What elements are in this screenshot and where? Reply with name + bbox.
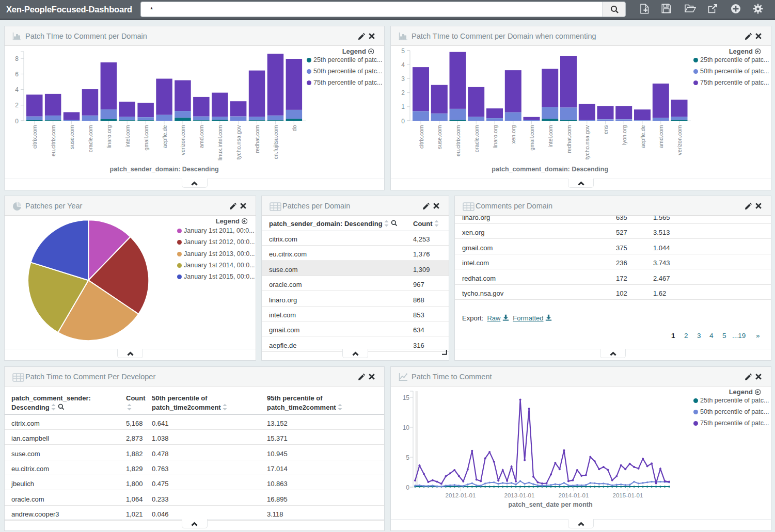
svg-text:eu.citrix.com: eu.citrix.com bbox=[50, 125, 56, 157]
svg-text:aepfle.de: aepfle.de bbox=[162, 125, 168, 148]
svg-text:2: 2 bbox=[401, 89, 405, 96]
svg-text:gmail.com: gmail.com bbox=[143, 125, 149, 150]
svg-text:patch_sender_domain: Descendin: patch_sender_domain: Descending bbox=[110, 166, 219, 173]
svg-text:do: do bbox=[291, 125, 297, 132]
svg-text:amd.com: amd.com bbox=[658, 125, 664, 148]
svg-text:4: 4 bbox=[401, 61, 405, 69]
svg-text:5: 5 bbox=[401, 47, 405, 55]
svg-text:verizon.com: verizon.com bbox=[180, 125, 186, 155]
svg-text:0: 0 bbox=[401, 118, 405, 125]
svg-text:2013-01-01: 2013-01-01 bbox=[504, 492, 535, 498]
svg-text:oracle.com: oracle.com bbox=[87, 125, 93, 153]
svg-text:aepfle.de: aepfle.de bbox=[640, 125, 646, 148]
svg-text:intel.com: intel.com bbox=[124, 125, 131, 148]
svg-text:eu.citrix.com: eu.citrix.com bbox=[455, 125, 461, 157]
svg-text:patch_sent_date per month: patch_sent_date per month bbox=[508, 501, 592, 508]
svg-text:tycho.nsa.gov: tycho.nsa.gov bbox=[235, 125, 242, 159]
svg-text:intel.com: intel.com bbox=[547, 125, 553, 148]
svg-text:1: 1 bbox=[401, 103, 405, 110]
svg-text:lyon.org: lyon.org bbox=[621, 125, 627, 145]
svg-text:cn.fujitsu.com: cn.fujitsu.com bbox=[273, 125, 279, 159]
svg-text:2: 2 bbox=[15, 102, 19, 109]
svg-text:tycho.nsa.gov: tycho.nsa.gov bbox=[584, 125, 590, 159]
svg-text:2015-01-01: 2015-01-01 bbox=[613, 492, 643, 498]
svg-text:15: 15 bbox=[403, 394, 410, 401]
svg-text:0: 0 bbox=[406, 484, 409, 491]
svg-text:xen.org: xen.org bbox=[510, 125, 516, 144]
svg-text:6: 6 bbox=[15, 71, 19, 78]
svg-text:redhat.com: redhat.com bbox=[566, 125, 572, 153]
svg-text:citrix.com: citrix.com bbox=[418, 125, 424, 149]
svg-text:3: 3 bbox=[401, 75, 405, 83]
svg-text:linaro.org: linaro.org bbox=[492, 125, 498, 149]
svg-text:8: 8 bbox=[15, 55, 19, 62]
svg-text:suse.com: suse.com bbox=[69, 125, 75, 149]
svg-text:oracle.com: oracle.com bbox=[473, 125, 480, 153]
svg-text:gmail.com: gmail.com bbox=[529, 125, 535, 150]
svg-text:citrix.com: citrix.com bbox=[31, 125, 38, 149]
svg-text:5: 5 bbox=[406, 454, 409, 461]
svg-text:2014-01-01: 2014-01-01 bbox=[559, 492, 589, 498]
svg-text:0: 0 bbox=[15, 118, 19, 125]
svg-text:2012-01-01: 2012-01-01 bbox=[446, 492, 476, 498]
svg-text:ens: ens bbox=[603, 125, 609, 134]
svg-text:suse.com: suse.com bbox=[436, 125, 442, 149]
svg-text:patch_comment_domain: Descendi: patch_comment_domain: Descending bbox=[492, 166, 608, 173]
svg-text:amd.com: amd.com bbox=[198, 125, 204, 148]
svg-text:4: 4 bbox=[15, 86, 19, 93]
svg-text:redhat.com: redhat.com bbox=[254, 125, 260, 153]
svg-text:verizon.com: verizon.com bbox=[676, 125, 683, 155]
svg-text:linux.intel.com: linux.intel.com bbox=[217, 125, 223, 160]
svg-text:10: 10 bbox=[403, 424, 410, 431]
svg-text:linaro.org: linaro.org bbox=[106, 125, 112, 149]
